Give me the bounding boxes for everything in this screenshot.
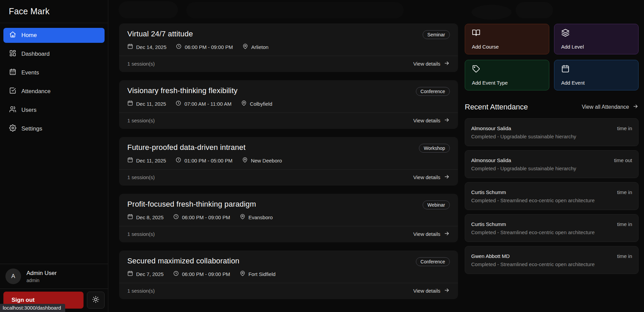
sidebar-item-settings[interactable]: Settings bbox=[3, 121, 105, 136]
hamburger-icon bbox=[118, 10, 126, 15]
sidebar-item-users[interactable]: Users bbox=[3, 103, 105, 118]
event-time: 06:00 PM - 09:00 PM bbox=[185, 44, 233, 50]
attendance-status: time in bbox=[617, 253, 632, 259]
attendance-description: Completed - Streamlined eco-centric open… bbox=[471, 261, 632, 267]
event-type-badge: Conference bbox=[416, 87, 450, 96]
app-root: Face Mark Home Dashboard Events Attendan… bbox=[0, 0, 644, 312]
event-date: Dec 8, 2025 bbox=[136, 214, 164, 220]
attendance-item: Curtis Schumm time in Completed - Stream… bbox=[465, 182, 639, 210]
sidebar-item-label: Users bbox=[21, 107, 36, 114]
view-details-link[interactable]: View details bbox=[413, 230, 450, 238]
arrow-right-icon bbox=[444, 174, 450, 181]
event-time: 07:00 AM - 11:00 AM bbox=[184, 101, 232, 107]
clock-icon bbox=[173, 271, 179, 277]
quick-action-label: Add Level bbox=[561, 44, 631, 50]
decorative-blob bbox=[118, 1, 178, 18]
sidebar: Face Mark Home Dashboard Events Attendan… bbox=[0, 0, 108, 312]
decorative-blob bbox=[472, 5, 512, 20]
event-time: 06:00 PM - 09:00 PM bbox=[182, 271, 230, 277]
attendance-status: time out bbox=[614, 157, 632, 163]
event-card: Future-proofed data-driven intranet Work… bbox=[119, 137, 458, 186]
view-details-link[interactable]: View details bbox=[413, 117, 450, 124]
map-pin-icon bbox=[240, 214, 245, 221]
calendar-icon bbox=[127, 271, 133, 277]
event-date: Dec 11, 2025 bbox=[136, 101, 166, 107]
calendar-icon bbox=[9, 68, 16, 77]
view-all-attendance-link[interactable]: View all Attendance bbox=[582, 103, 639, 111]
clock-icon bbox=[173, 214, 179, 221]
tag-icon bbox=[472, 65, 542, 74]
arrow-right-icon bbox=[444, 287, 450, 294]
event-location: Colbyfield bbox=[250, 101, 272, 107]
sidebar-item-label: Settings bbox=[21, 125, 42, 132]
event-date: Dec 7, 2025 bbox=[136, 271, 164, 277]
view-details-label: View details bbox=[413, 118, 440, 123]
event-date: Dec 11, 2025 bbox=[136, 158, 166, 163]
attendance-status: time in bbox=[617, 221, 632, 227]
calendar-icon bbox=[127, 214, 133, 221]
event-time: 06:00 PM - 09:00 PM bbox=[182, 214, 230, 220]
arrow-right-icon bbox=[632, 103, 639, 111]
add-event-button[interactable]: Add Event bbox=[554, 60, 639, 90]
event-location: Fort Sidfield bbox=[249, 271, 276, 277]
calendar-icon bbox=[127, 44, 133, 50]
attendee-name: Gwen Abbott MD bbox=[471, 253, 510, 259]
sidebar-item-events[interactable]: Events bbox=[3, 65, 105, 80]
attendance-item: Gwen Abbott MD time in Completed - Strea… bbox=[465, 246, 639, 274]
right-panel: Add Course Add Level Add Event Type Add … bbox=[465, 24, 639, 278]
map-pin-icon bbox=[242, 44, 248, 50]
gear-icon bbox=[9, 124, 16, 133]
view-details-link[interactable]: View details bbox=[413, 60, 450, 67]
user-section: A Admin User admin bbox=[0, 264, 108, 289]
event-type-badge: Conference bbox=[416, 257, 450, 266]
session-count: 1 session(s) bbox=[127, 118, 155, 123]
sidebar-item-dashboard[interactable]: Dashboard bbox=[3, 47, 105, 62]
event-time: 01:00 PM - 05:00 PM bbox=[184, 158, 233, 163]
arrow-right-icon bbox=[444, 60, 450, 67]
map-pin-icon bbox=[241, 100, 247, 107]
event-title: Future-proofed data-driven intranet bbox=[127, 143, 245, 152]
user-role: admin bbox=[26, 278, 57, 283]
add-level-button[interactable]: Add Level bbox=[554, 24, 639, 54]
attendee-name: Almonsour Salida bbox=[471, 157, 511, 163]
menu-toggle-button[interactable] bbox=[117, 5, 127, 16]
sidebar-item-label: Attendance bbox=[21, 88, 51, 95]
clock-icon bbox=[176, 44, 182, 50]
event-location: New Deeboro bbox=[251, 158, 282, 163]
attendee-name: Curtis Schumm bbox=[471, 221, 506, 227]
attendance-status: time in bbox=[617, 189, 632, 195]
clock-icon bbox=[176, 100, 181, 107]
clock-icon bbox=[176, 157, 181, 164]
event-card: Profit-focused fresh-thinking paradigm W… bbox=[119, 194, 458, 242]
sidebar-item-attendance[interactable]: Attendance bbox=[3, 84, 105, 99]
view-details-label: View details bbox=[413, 61, 440, 67]
sidebar-item-label: Dashboard bbox=[21, 51, 50, 57]
view-details-link[interactable]: View details bbox=[413, 287, 450, 294]
theme-toggle-button[interactable] bbox=[87, 292, 105, 309]
event-date: Dec 14, 2025 bbox=[136, 44, 166, 50]
quick-action-label: Add Course bbox=[472, 44, 542, 50]
event-type-badge: Webinar bbox=[423, 201, 450, 209]
attendance-item: Curtis Schumm time in Completed - Stream… bbox=[465, 214, 639, 242]
attendance-description: Completed - Upgradable sustainable hiera… bbox=[471, 166, 632, 171]
sidebar-item-home[interactable]: Home bbox=[3, 28, 105, 43]
event-type-badge: Seminar bbox=[423, 30, 450, 39]
view-details-link[interactable]: View details bbox=[413, 174, 450, 181]
map-pin-icon bbox=[240, 271, 245, 277]
add-event-type-button[interactable]: Add Event Type bbox=[465, 60, 549, 90]
attendee-name: Almonsour Salida bbox=[471, 125, 511, 131]
attendance-description: Completed - Streamlined eco-centric open… bbox=[471, 197, 632, 203]
topbar bbox=[108, 0, 644, 21]
event-card: Virtual 24/7 attitude Seminar Dec 14, 20… bbox=[119, 23, 458, 72]
sidebar-item-label: Home bbox=[21, 32, 37, 39]
attendee-name: Curtis Schumm bbox=[471, 189, 506, 195]
add-course-button[interactable]: Add Course bbox=[465, 24, 549, 54]
event-type-badge: Workshop bbox=[419, 144, 450, 153]
main-area: Virtual 24/7 attitude Seminar Dec 14, 20… bbox=[108, 0, 644, 312]
event-location: Evansboro bbox=[249, 214, 273, 220]
dashboard-icon bbox=[9, 50, 16, 58]
calendar-icon bbox=[561, 65, 631, 74]
map-pin-icon bbox=[242, 157, 248, 164]
decorative-blob bbox=[516, 2, 553, 18]
session-count: 1 session(s) bbox=[127, 174, 155, 180]
